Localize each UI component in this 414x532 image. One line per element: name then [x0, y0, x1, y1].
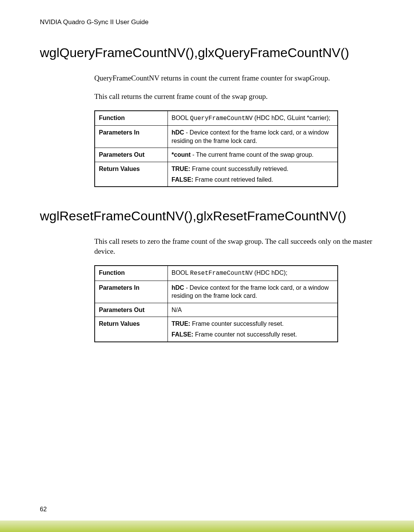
rv-key: FALSE:: [172, 176, 194, 183]
table-row: Function BOOL QueryFrameCountNV (HDC hDC…: [95, 111, 338, 126]
table-row: Parameters In hDC - Device context for t…: [95, 126, 338, 148]
section2-table: Function BOOL ResetFrameCountNV (HDC hDC…: [94, 265, 338, 342]
param-desc: - Device context for the frame lock card…: [172, 129, 329, 144]
sig-post: (HDC hDC);: [253, 269, 288, 276]
section2-para1: This call resets to zero the frame count…: [94, 236, 380, 257]
params-out-value: N/A: [168, 303, 338, 317]
return-values-label: Return Values: [95, 317, 168, 342]
return-values-content: TRUE: Frame counter successfully reset. …: [168, 317, 338, 342]
table-row: Return Values TRUE: Frame count successf…: [95, 162, 338, 187]
footer-gradient: [0, 521, 414, 532]
rv-desc: Frame counter successfully reset.: [190, 320, 284, 327]
return-value-false: FALSE: Frame counter not successfully re…: [172, 330, 334, 339]
params-in-value: hDC - Device context for the frame lock …: [168, 281, 338, 303]
page-content: NVIDIA Quadro G-Sync II User Guide wglQu…: [0, 0, 414, 342]
return-values-content: TRUE: Frame count successfully retrieved…: [168, 162, 338, 187]
sig-name: ResetFrameCountNV: [190, 270, 253, 277]
function-signature: BOOL ResetFrameCountNV (HDC hDC);: [168, 266, 338, 281]
sig-name: QueryFrameCountNV: [190, 115, 253, 122]
table-row: Return Values TRUE: Frame counter succes…: [95, 317, 338, 342]
return-value-true: TRUE: Frame count successfully retrieved…: [172, 165, 334, 173]
params-out-label: Parameters Out: [95, 303, 168, 317]
table-row: Function BOOL ResetFrameCountNV (HDC hDC…: [95, 266, 338, 281]
params-in-value: hDC - Device context for the frame lock …: [168, 126, 338, 148]
param-name: hDC: [172, 284, 184, 291]
return-values-label: Return Values: [95, 162, 168, 187]
table-row: Parameters Out N/A: [95, 303, 338, 317]
params-out-value: *count - The current frame count of the …: [168, 148, 338, 162]
section2-heading: wglResetFrameCountNV(),glxResetFrameCoun…: [40, 208, 380, 224]
param-name: hDC: [172, 129, 184, 136]
return-value-false: FALSE: Frame count retrieved failed.: [172, 176, 334, 184]
sig-pre: BOOL: [172, 269, 190, 276]
param-desc: - The current frame count of the swap gr…: [191, 151, 314, 158]
params-in-label: Parameters In: [95, 281, 168, 303]
function-label: Function: [95, 111, 168, 126]
section1-para2: This call returns the current frame coun…: [94, 92, 380, 102]
param-name: *count: [172, 151, 191, 158]
table-row: Parameters In hDC - Device context for t…: [95, 281, 338, 303]
rv-desc: Frame count successfully retrieved.: [190, 166, 288, 172]
rv-key: TRUE:: [172, 166, 191, 172]
params-in-label: Parameters In: [95, 126, 168, 148]
running-header: NVIDIA Quadro G-Sync II User Guide: [40, 18, 380, 26]
section1-table: Function BOOL QueryFrameCountNV (HDC hDC…: [94, 110, 338, 187]
sig-pre: BOOL: [172, 115, 190, 121]
return-value-true: TRUE: Frame counter successfully reset.: [172, 320, 334, 328]
function-label: Function: [95, 266, 168, 281]
rv-key: FALSE:: [172, 331, 194, 338]
page-number: 62: [40, 506, 47, 513]
param-desc: - Device context for the frame lock card…: [172, 284, 329, 299]
rv-desc: Frame count retrieved failed.: [193, 176, 273, 183]
function-signature: BOOL QueryFrameCountNV (HDC hDC, GLuint …: [168, 111, 338, 126]
params-out-label: Parameters Out: [95, 148, 168, 162]
section1-para1: QueryFrameCountNV returns in count the c…: [94, 73, 380, 84]
table-row: Parameters Out *count - The current fram…: [95, 148, 338, 162]
rv-key: TRUE:: [172, 320, 191, 327]
rv-desc: Frame counter not successfully reset.: [193, 331, 297, 338]
section1-heading: wglQueryFrameCountNV(),glxQueryFrameCoun…: [40, 44, 380, 61]
sig-post: (HDC hDC, GLuint *carrier);: [253, 115, 330, 121]
